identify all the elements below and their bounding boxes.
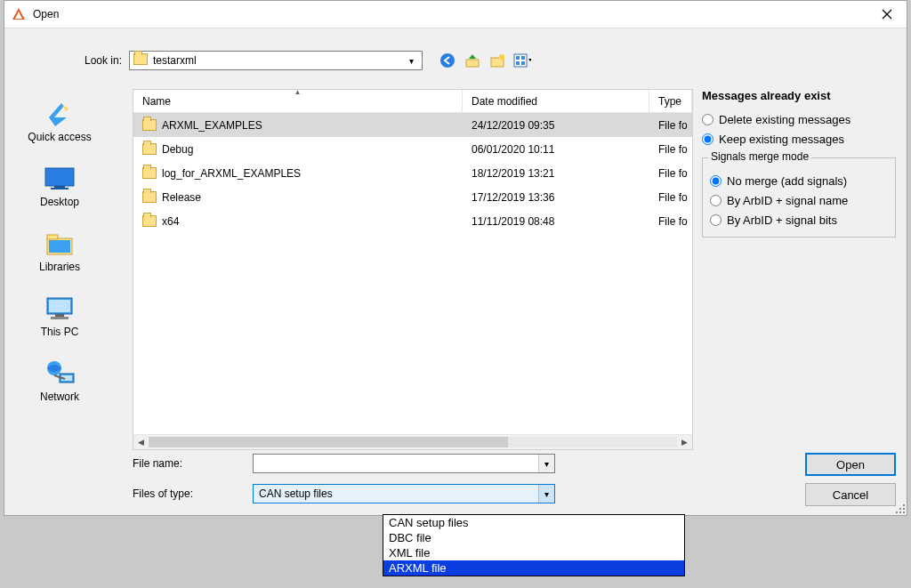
row-date: 06/01/2020 10:11 bbox=[463, 143, 649, 156]
chevron-down-icon[interactable]: ▾ bbox=[538, 485, 554, 503]
row-name: Release bbox=[162, 191, 201, 204]
places-bar: Quick access Desktop Libraries This PC N… bbox=[15, 100, 104, 449]
libraries-label: Libraries bbox=[39, 261, 80, 273]
resize-grip[interactable] bbox=[894, 503, 905, 513]
signals-merge-legend: Signals merge mode bbox=[708, 150, 811, 163]
scroll-thumb[interactable] bbox=[149, 437, 508, 447]
lookin-value: testarxml bbox=[153, 54, 404, 67]
row-name: log_for_ARXML_EXAMPLES bbox=[162, 167, 301, 180]
file-list: ▲Name Date modified Type ARXML_EXAMPLES2… bbox=[133, 89, 693, 450]
svg-rect-22 bbox=[49, 300, 70, 312]
row-name: x64 bbox=[162, 215, 179, 228]
this-pc-place[interactable]: This PC bbox=[40, 294, 79, 338]
filename-label: File name: bbox=[133, 457, 253, 470]
network-place[interactable]: Network bbox=[40, 359, 79, 403]
row-type: File fo bbox=[649, 167, 692, 180]
svg-rect-24 bbox=[51, 317, 69, 319]
row-date: 17/12/2019 13:36 bbox=[463, 191, 649, 204]
libraries-place[interactable]: Libraries bbox=[39, 230, 80, 273]
merge-none-radio[interactable]: No merge (add signals) bbox=[710, 171, 888, 190]
column-date[interactable]: Date modified bbox=[463, 90, 649, 112]
close-button[interactable] bbox=[867, 1, 907, 28]
table-row[interactable]: ARXML_EXAMPLES24/12/2019 09:35File fo bbox=[133, 113, 692, 137]
lookin-combo[interactable]: testarxml ▾ bbox=[129, 51, 423, 70]
filetype-option[interactable]: ARXML file bbox=[383, 560, 684, 576]
table-row[interactable]: log_for_ARXML_EXAMPLES18/12/2019 13:21Fi… bbox=[133, 161, 692, 185]
filetype-option[interactable]: DBC file bbox=[383, 530, 684, 545]
desktop-icon bbox=[40, 165, 79, 193]
back-icon[interactable] bbox=[439, 52, 456, 69]
row-name: ARXML_EXAMPLES bbox=[162, 119, 262, 132]
this-pc-icon bbox=[40, 294, 79, 323]
up-icon[interactable] bbox=[464, 52, 481, 69]
network-label: Network bbox=[40, 391, 79, 403]
filetype-label: Files of type: bbox=[133, 487, 253, 500]
signals-merge-group: Signals merge mode No merge (add signals… bbox=[702, 157, 896, 238]
svg-rect-23 bbox=[55, 314, 64, 317]
window-title: Open bbox=[33, 8, 867, 20]
libraries-icon bbox=[40, 230, 79, 258]
keep-existing-radio[interactable]: Keep existing messages bbox=[702, 129, 896, 149]
desktop-place[interactable]: Desktop bbox=[40, 165, 79, 208]
open-button[interactable]: Open bbox=[805, 453, 896, 476]
row-type: File fo bbox=[649, 119, 692, 132]
table-row[interactable]: Release17/12/2019 13:36File fo bbox=[133, 185, 692, 209]
svg-point-4 bbox=[440, 53, 455, 68]
desktop-label: Desktop bbox=[40, 196, 79, 208]
svg-rect-12 bbox=[521, 61, 525, 65]
svg-point-7 bbox=[499, 54, 504, 60]
chevron-down-icon: ▾ bbox=[404, 56, 418, 66]
svg-rect-17 bbox=[51, 188, 69, 189]
svg-rect-9 bbox=[516, 56, 520, 60]
filetype-combo[interactable]: CAN setup files ▾ bbox=[253, 484, 555, 503]
filetype-option[interactable]: XML file bbox=[383, 545, 684, 560]
app-icon bbox=[12, 7, 26, 21]
svg-rect-20 bbox=[49, 240, 70, 253]
filename-input[interactable] bbox=[254, 457, 538, 470]
svg-rect-16 bbox=[54, 186, 65, 188]
folder-icon bbox=[142, 191, 157, 203]
filetype-option[interactable]: CAN setup files bbox=[383, 515, 684, 530]
options-panel: Messages already exist Delete existing m… bbox=[702, 89, 896, 238]
delete-existing-radio[interactable]: Delete existing messages bbox=[702, 109, 896, 129]
view-menu-icon[interactable] bbox=[513, 52, 531, 69]
new-folder-icon[interactable] bbox=[488, 52, 506, 69]
merge-arbid-name-radio[interactable]: By ArbID + signal name bbox=[710, 190, 888, 210]
scroll-right-icon[interactable]: ▶ bbox=[677, 435, 692, 449]
filetype-dropdown[interactable]: CAN setup filesDBC fileXML fileARXML fil… bbox=[383, 514, 685, 576]
chevron-down-icon[interactable]: ▾ bbox=[538, 455, 554, 472]
open-dialog-window: Open Look in: testarxml ▾ bbox=[4, 0, 907, 516]
scroll-left-icon[interactable]: ◀ bbox=[133, 435, 149, 449]
list-header: ▲Name Date modified Type bbox=[133, 90, 692, 113]
folder-icon bbox=[142, 119, 157, 131]
folder-icon bbox=[142, 167, 157, 179]
messages-exist-title: Messages already exist bbox=[702, 89, 896, 102]
filename-combo[interactable]: ▾ bbox=[253, 454, 555, 473]
lookin-label: Look in: bbox=[4, 54, 129, 67]
sort-asc-icon: ▲ bbox=[294, 88, 302, 96]
nav-toolbar bbox=[439, 52, 531, 69]
quick-access-place[interactable]: Quick access bbox=[28, 100, 91, 143]
table-row[interactable]: x6411/11/2019 08:48File fo bbox=[133, 209, 692, 233]
row-name: Debug bbox=[162, 143, 193, 156]
row-date: 24/12/2019 09:35 bbox=[463, 119, 649, 132]
cancel-button[interactable]: Cancel bbox=[805, 483, 896, 506]
svg-rect-10 bbox=[521, 56, 525, 60]
quick-access-label: Quick access bbox=[28, 131, 91, 143]
row-type: File fo bbox=[649, 215, 692, 228]
filetype-value: CAN setup files bbox=[254, 487, 538, 500]
network-icon bbox=[40, 359, 79, 388]
merge-arbid-bits-radio[interactable]: By ArbID + signal bits bbox=[710, 210, 888, 230]
titlebar: Open bbox=[4, 1, 907, 28]
this-pc-label: This PC bbox=[41, 326, 79, 338]
scroll-track[interactable] bbox=[149, 437, 677, 447]
folder-icon bbox=[142, 143, 157, 155]
svg-rect-5 bbox=[466, 60, 479, 67]
quick-access-icon bbox=[40, 100, 79, 128]
column-type[interactable]: Type bbox=[649, 90, 692, 112]
row-date: 18/12/2019 13:21 bbox=[463, 167, 649, 180]
folder-icon bbox=[133, 53, 148, 68]
horizontal-scrollbar[interactable]: ◀ ▶ bbox=[133, 434, 692, 449]
column-name[interactable]: ▲Name bbox=[133, 90, 463, 112]
table-row[interactable]: Debug06/01/2020 10:11File fo bbox=[133, 137, 692, 161]
